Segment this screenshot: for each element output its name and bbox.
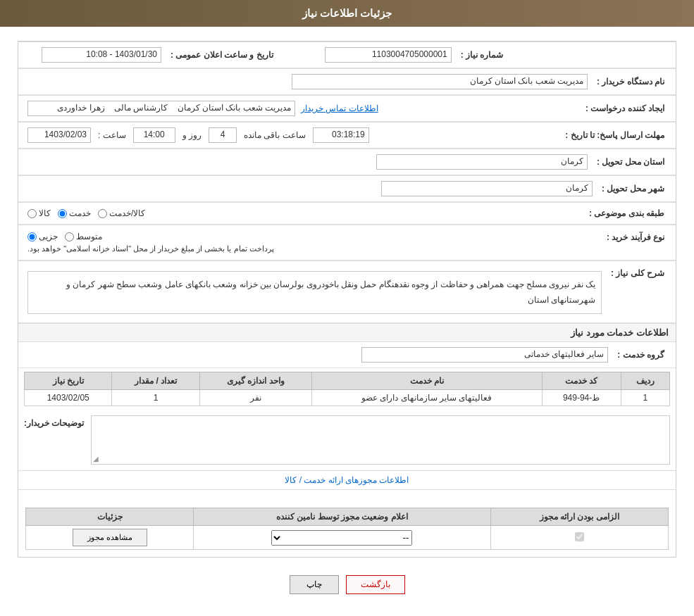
lic-required <box>490 526 668 550</box>
description-label: شرح کلی نیاز : <box>605 265 670 281</box>
response-days-label: روز و <box>180 130 204 140</box>
creator-label: ایجاد کننده درخواست : <box>580 101 670 116</box>
response-time-value: 14:00 <box>133 127 175 143</box>
city-value: کرمان <box>381 181 593 196</box>
category-option-goods-services[interactable]: کالا/خدمت <box>98 208 145 218</box>
lic-col-details: جزئیات <box>26 508 194 526</box>
process-note: پرداخت تمام یا بخشی از مبلغ خریدار از مح… <box>27 244 274 253</box>
buyer-org-label: نام دستگاه خریدار : <box>591 74 670 89</box>
category-option-goods[interactable]: کالا <box>27 208 51 218</box>
row-name: فعالیتهای سایر سازمانهای دارای عضو <box>311 390 542 406</box>
service-group-label: گروه خدمت : <box>612 347 670 363</box>
lic-col-status: اعلام وضعیت مجوز توسط نامین کننده <box>194 508 490 526</box>
lic-status-select[interactable]: -- <box>271 530 412 546</box>
category-option-service[interactable]: خدمت <box>58 208 91 218</box>
table-row: 1 ط-94-949 فعالیتهای سایر سازمانهای دارا… <box>25 390 670 406</box>
response-days-value: 4 <box>209 127 237 143</box>
col-name: نام خدمت <box>311 372 542 390</box>
services-section-title: اطلاعات خدمات مورد نیاز <box>18 323 676 342</box>
buyer-notes-label: توضیحات خریدار: <box>24 415 84 428</box>
buyer-org-value: مدیریت شعب بانک استان کرمان <box>292 74 588 89</box>
services-table: ردیف کد خدمت نام خدمت واحد اندازه گیری ت… <box>24 372 670 406</box>
need-number-label: شماره نیاز : <box>455 47 509 63</box>
description-text: یک نفر نیروی مسلح جهت همراهی و حفاظت از … <box>27 271 602 314</box>
col-date: تاریخ نیاز <box>25 372 112 390</box>
row-quantity: 1 <box>112 390 199 406</box>
announcement-datetime-value: 1403/01/30 - 10:08 <box>42 47 161 63</box>
lic-status: -- <box>194 526 490 550</box>
lic-details: مشاهده مجوز <box>26 526 194 550</box>
province-label: استان محل تحویل : <box>591 154 670 170</box>
action-buttons: بازگشت چاپ <box>11 565 683 605</box>
page-title: جزئیات اطلاعات نیاز <box>302 7 392 19</box>
row-unit: نفر <box>199 390 311 406</box>
print-button[interactable]: چاپ <box>290 575 339 594</box>
license-row: -- مشاهده مجوز <box>26 526 669 550</box>
category-label: طبقه بندی موضوعی : <box>583 206 670 221</box>
col-row: ردیف <box>621 372 669 390</box>
announcement-datetime-label: تاریخ و ساعت اعلان عمومی : <box>165 47 279 63</box>
service-group-value: سایر فعالیتهای خدماتی <box>361 347 608 363</box>
row-date: 1403/02/05 <box>25 390 112 406</box>
process-option-small[interactable]: جزیی <box>27 232 58 241</box>
resize-icon: ◢ <box>93 455 99 463</box>
response-time-label: ساعت : <box>95 130 129 140</box>
process-option-medium[interactable]: متوسط <box>65 232 102 241</box>
contact-link[interactable]: اطلاعات تماس خریدار <box>301 103 378 113</box>
lic-col-required: الزامی بودن ارائه مجوز <box>490 508 668 526</box>
response-date-value: 1403/02/03 <box>27 127 91 143</box>
row-number: 1 <box>621 390 669 406</box>
province-value: کرمان <box>376 154 588 170</box>
col-quantity: تعداد / مقدار <box>112 372 199 390</box>
response-deadline-label: مهلت ارسال پاسخ: تا تاریخ : <box>559 127 670 143</box>
response-remaining-value: 03:18:19 <box>313 127 369 143</box>
page-header: جزئیات اطلاعات نیاز <box>0 0 694 27</box>
response-remaining-label: ساعت باقی مانده <box>241 130 309 140</box>
process-type-label: نوع فرآیند خرید : <box>601 230 670 245</box>
col-code: کد خدمت <box>542 372 621 390</box>
need-number-value: 1103004705000001 <box>325 47 452 63</box>
col-unit: واحد اندازه گیری <box>199 372 311 390</box>
back-button[interactable]: بازگشت <box>346 575 405 594</box>
city-label: شهر محل تحویل : <box>596 181 670 196</box>
creator-info: مدیریت شعب بانک استان کرمان کارشناس مالی… <box>27 101 295 116</box>
licenses-link[interactable]: اطلاعات مجوزهای ارائه خدمت / کالا <box>18 470 676 490</box>
view-license-button[interactable]: مشاهده مجوز <box>73 529 147 546</box>
licenses-table: الزامی بودن ارائه مجوز اعلام وضعیت مجوز … <box>25 508 669 550</box>
row-code: ط-94-949 <box>542 390 621 406</box>
